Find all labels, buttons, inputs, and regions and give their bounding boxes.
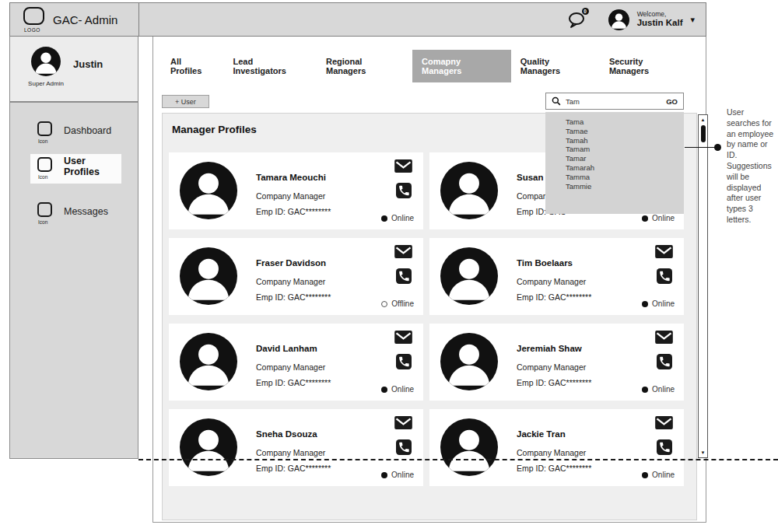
profile-card[interactable]: Jackie Tran Company Manager Emp ID: GAC*… [429, 409, 684, 486]
email-icon[interactable] [394, 416, 412, 429]
chat-icon[interactable]: 0 [566, 10, 588, 29]
scroll-up-arrow-icon[interactable]: ▲ [699, 117, 707, 123]
search-input[interactable] [566, 97, 661, 106]
annotation-bullet-icon [714, 144, 721, 151]
phone-icon[interactable] [396, 183, 412, 198]
profile-avatar [440, 162, 498, 219]
tab-all-profiles[interactable]: All Profiles [161, 50, 223, 82]
welcome-block: Welcome, Justin Kalf [637, 11, 683, 29]
phone-icon[interactable] [396, 268, 412, 284]
icon-caption: Icon [38, 219, 47, 225]
profile-role: Company Manager [256, 448, 325, 457]
sidebar-item-messages[interactable]: Icon Messages [30, 199, 121, 229]
email-icon[interactable] [655, 245, 673, 258]
scrollbar[interactable]: ▲ ▼ [698, 114, 708, 458]
profile-avatar [440, 418, 498, 476]
profile-avatar [440, 247, 498, 305]
tab-quality-managers[interactable]: Quality Managers [511, 50, 600, 82]
sidebar-avatar [31, 47, 61, 76]
suggestion-item[interactable]: Tammie [566, 182, 684, 191]
logo-icon [23, 7, 44, 25]
profile-card[interactable]: Fraser Davidson Company Manager Emp ID: … [169, 238, 423, 315]
profile-avatar [180, 247, 237, 305]
email-icon[interactable] [655, 331, 673, 344]
profile-emp-id: Emp ID: GAC******** [517, 378, 591, 387]
sidebar-profile-name: Justin [73, 58, 103, 70]
status-badge: Online [642, 299, 675, 308]
phone-icon[interactable] [396, 354, 412, 369]
status-dot-icon [642, 301, 648, 307]
profile-role: Company Manager [256, 362, 325, 372]
suggestion-item[interactable]: Tamam [566, 145, 684, 154]
app-title: GAC- Admin [53, 13, 117, 26]
profile-name: Sneha Dsouza [256, 429, 317, 439]
status-dot-icon [381, 387, 387, 393]
tab-security-managers[interactable]: Security Managers [600, 50, 693, 82]
profile-name: Jeremiah Shaw [517, 344, 582, 353]
profile-card[interactable]: Tamara Meouchi Company Manager Emp ID: G… [169, 152, 423, 229]
status-badge: Online [381, 385, 414, 394]
wireframe-canvas: LOGO GAC- Admin 0 Welcome, Justin Kalf ▾ [0, 0, 778, 532]
profile-role: Company Manager [517, 362, 586, 372]
email-icon[interactable] [394, 331, 412, 344]
suggestion-item[interactable]: Tamma [566, 173, 684, 182]
annotation-text: User searches for an employee by name or… [727, 107, 778, 226]
phone-icon[interactable] [657, 268, 672, 284]
scrollbar-thumb[interactable] [701, 125, 706, 142]
icon-caption: Icon [38, 174, 47, 180]
suggestion-item[interactable]: Tamarah [566, 163, 684, 173]
search-box: GO [545, 93, 684, 110]
tab-comapny-managers[interactable]: Comapny Managers [412, 50, 511, 82]
status-label: Online [391, 214, 414, 222]
suggestion-item[interactable]: Tamah [566, 136, 684, 145]
profile-card[interactable]: David Lanham Company Manager Emp ID: GAC… [169, 324, 423, 401]
profile-emp-id: Emp ID: GAC******** [256, 207, 331, 216]
suggestion-item[interactable]: Tamar [566, 154, 684, 163]
placeholder-icon: Icon [37, 157, 54, 180]
search-icon [552, 96, 561, 106]
phone-icon[interactable] [396, 439, 412, 455]
email-icon[interactable] [394, 245, 412, 258]
chevron-down-icon[interactable]: ▾ [690, 15, 695, 25]
suggestion-item[interactable]: Tamae [566, 127, 684, 136]
email-icon[interactable] [655, 416, 673, 429]
annotation-connector-line [685, 147, 716, 148]
profile-emp-id: Emp ID: GAC******** [256, 464, 331, 473]
status-dot-icon [642, 472, 648, 478]
main-panel: All ProfilesLead InvestigatorsRegional M… [152, 37, 706, 523]
profile-card[interactable]: Sneha Dsouza Company Manager Emp ID: GAC… [169, 409, 423, 486]
phone-icon[interactable] [657, 354, 672, 369]
chat-badge: 0 [582, 8, 589, 15]
tab-regional-managers[interactable]: Regional Managers [317, 50, 412, 82]
phone-icon[interactable] [657, 439, 672, 455]
sidebar-profile-role: Super Admin [17, 80, 75, 87]
email-icon[interactable] [394, 159, 412, 173]
status-badge: Online [642, 214, 675, 222]
sidebar-item-dashboard[interactable]: Icon Dashboard [30, 118, 121, 148]
status-dot-icon [381, 472, 387, 478]
status-label: Online [391, 385, 414, 394]
suggestion-item[interactable]: Tama [566, 117, 684, 127]
profile-name: David Lanham [256, 344, 317, 353]
profile-avatar [440, 333, 498, 390]
user-avatar[interactable] [608, 9, 629, 30]
profile-card[interactable]: Tim Boelaars Company Manager Emp ID: GAC… [429, 238, 684, 315]
user-name: Justin Kalf [637, 18, 683, 28]
profile-role: Company Manager [256, 191, 325, 201]
profile-name: Tim Boelaars [517, 258, 573, 268]
sidebar-item-label: Dashboard [64, 125, 111, 136]
status-label: Online [652, 299, 675, 308]
status-badge: Online [381, 471, 414, 479]
profile-emp-id: Emp ID: GAC******** [256, 292, 331, 302]
profile-name: Tamara Meouchi [256, 173, 326, 182]
profile-avatar [180, 333, 237, 390]
scroll-down-arrow-icon[interactable]: ▼ [699, 450, 707, 456]
add-user-button[interactable]: + User [162, 95, 209, 108]
search-go-button[interactable]: GO [666, 97, 678, 106]
profile-emp-id: Emp ID: GAC******** [517, 292, 591, 302]
search-suggestions-dropdown: TamaTamaeTamahTamamTamarTamarahTammaTamm… [545, 112, 684, 214]
tab-lead-investigators[interactable]: Lead Investigators [223, 50, 317, 82]
profile-card[interactable]: Jeremiah Shaw Company Manager Emp ID: GA… [429, 324, 684, 401]
logo-section: LOGO GAC- Admin [10, 3, 139, 36]
sidebar-item-user-profiles[interactable]: Icon User Profiles [30, 154, 121, 184]
